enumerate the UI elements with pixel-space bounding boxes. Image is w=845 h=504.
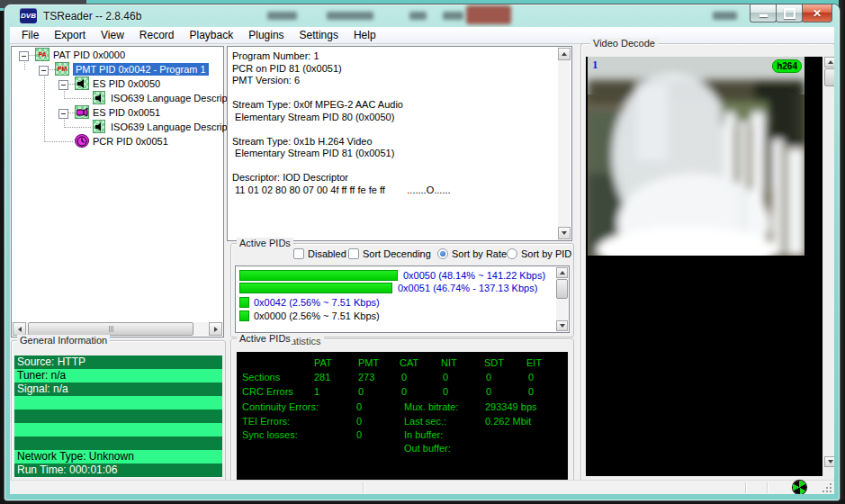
info-row-network-type: Network Type: Unknown: [14, 450, 222, 464]
close-button[interactable]: ✕: [802, 4, 832, 22]
info-row-empty: [14, 410, 222, 423]
minimize-icon: [760, 14, 768, 17]
psi-tree-panel: PA PAT PID 0x0000 PM PMT PID 0x0042 - Pr…: [11, 46, 224, 338]
tree-row-pmt[interactable]: PM PMT PID 0x0042 - Program 1: [12, 62, 223, 76]
video-display: 1 h264: [586, 57, 823, 476]
statistics-title-overlap: Active PIDs: [237, 333, 293, 344]
status-separator: [363, 482, 364, 493]
scroll-thumb[interactable]: [28, 322, 193, 336]
scroll-down-button[interactable]: [558, 227, 571, 239]
maximize-button[interactable]: [776, 4, 803, 22]
stat-col: CAT: [400, 357, 418, 368]
video-decode-group: Video Decode: [580, 43, 834, 483]
scroll-up-button[interactable]: [556, 267, 568, 278]
info-row-tuner: Tuner: n/a: [14, 369, 222, 382]
statistics-display: PAT PMT CAT NIT SDT EIT Sections 281 273…: [237, 352, 568, 480]
info-row-empty: [14, 396, 222, 410]
minimize-button[interactable]: [750, 4, 777, 22]
program-number-overlay: 1: [592, 58, 598, 72]
tree-row-es-audio[interactable]: ES PID 0x0050: [12, 76, 223, 91]
active-pids-title: Active PIDs: [237, 238, 293, 248]
background-blur-blob: [713, 12, 737, 20]
tree-row-iso639-video[interactable]: ISO639 Language Descriptor: [12, 120, 223, 134]
scroll-up-button[interactable]: [824, 57, 834, 68]
window-controls: ✕: [751, 4, 832, 22]
menu-file[interactable]: File: [22, 29, 39, 41]
radio-icon[interactable]: [507, 248, 517, 259]
tree-row-pat[interactable]: PA PAT PID 0x0000: [12, 48, 223, 62]
stat-value: 0: [528, 386, 534, 397]
checkbox-icon[interactable]: [348, 248, 359, 259]
codec-badge: h264: [772, 59, 802, 73]
tree-hscrollbar[interactable]: [13, 322, 222, 336]
info-row-source: Source: HTTP: [14, 356, 222, 369]
title-bar[interactable]: DVB TSReader -- 2.8.46b ✕: [4, 4, 840, 27]
background-blur-blob: [267, 12, 297, 20]
video-stream-icon: [75, 105, 89, 119]
tree-label[interactable]: ES PID 0x0050: [93, 78, 160, 89]
resize-grip[interactable]: [822, 482, 832, 493]
bars-vscrollbar[interactable]: [556, 267, 568, 331]
stat-row-label: Sync losses:: [242, 429, 298, 440]
menu-playback[interactable]: Playback: [190, 29, 234, 41]
scroll-down-button[interactable]: [824, 456, 834, 467]
tree-row-es-video[interactable]: ES PID 0x0051: [12, 105, 223, 120]
radio-icon-selected[interactable]: [437, 248, 448, 259]
menu-help[interactable]: Help: [354, 29, 376, 41]
checkbox-label: Disabled: [308, 248, 346, 259]
status-separator: [767, 482, 768, 493]
tree-label-selected[interactable]: PMT PID 0x0042 - Program 1: [73, 63, 209, 76]
checkbox-icon[interactable]: [293, 248, 304, 259]
status-bar: [10, 480, 834, 494]
tree-row-pcr[interactable]: PCR PID 0x0051: [12, 134, 223, 148]
scroll-right-button[interactable]: [209, 322, 222, 336]
descriptor-icon: [93, 91, 105, 104]
disabled-checkbox[interactable]: Disabled: [293, 248, 346, 259]
info-row-run-time: Run Time: 000:01:06: [14, 464, 222, 477]
scroll-up-button[interactable]: [558, 48, 571, 60]
stat-value: 0: [486, 386, 491, 397]
close-icon: ✕: [813, 8, 822, 19]
menu-export[interactable]: Export: [54, 29, 85, 41]
tree-label[interactable]: ISO639 Language Descriptor: [111, 122, 238, 132]
pid-bar-label: 0x0000 (2.56% ~ 7.51 Kbps): [254, 310, 380, 321]
tree-label[interactable]: ES PID 0x0051: [93, 107, 160, 118]
tree-label[interactable]: ISO639 Language Descriptor: [111, 93, 238, 104]
stat-value: 0: [401, 386, 407, 397]
menu-record[interactable]: Record: [139, 29, 175, 41]
sort-by-pid-radio[interactable]: Sort by PID: [507, 248, 571, 259]
scroll-thumb[interactable]: [824, 68, 834, 86]
window-title: TSReader -- 2.8.46b: [43, 10, 141, 22]
stat-value: 0.262 Mbit: [485, 416, 531, 427]
info-row-empty: [14, 423, 222, 436]
stat-row-label: Sections: [242, 372, 280, 382]
menu-settings[interactable]: Settings: [300, 29, 338, 41]
scroll-left-button[interactable]: [13, 322, 26, 336]
menu-bar: File Export View Record Playback Plugins…: [10, 27, 834, 44]
stat-value: 0: [443, 372, 448, 382]
sort-decending-checkbox[interactable]: Sort Decending: [348, 248, 431, 259]
stat-value: 0: [358, 386, 364, 397]
tree-label[interactable]: PAT PID 0x0000: [53, 50, 125, 60]
pmt-table-icon: PM: [55, 62, 69, 76]
info-vscrollbar[interactable]: [558, 48, 571, 239]
dvb-logo-icon: DVB: [20, 8, 37, 23]
scroll-thumb[interactable]: [556, 279, 568, 299]
tree-label[interactable]: PCR PID 0x0051: [93, 136, 168, 147]
client-area: File Export View Record Playback Plugins…: [10, 27, 834, 494]
sort-by-rate-radio[interactable]: Sort by Rate: [437, 248, 507, 259]
tsreader-window: DVB TSReader -- 2.8.46b ✕ File Export Vi…: [4, 4, 840, 500]
scroll-down-button[interactable]: [556, 320, 568, 331]
background-blur-blob: [327, 12, 373, 20]
stat-value: 0: [356, 429, 362, 440]
video-vscrollbar[interactable]: [824, 57, 834, 476]
audio-stream-icon: [75, 76, 89, 90]
stat-row-label: Out buffer:: [404, 443, 451, 454]
stat-row-label: TEI Errors:: [242, 416, 290, 427]
tree-row-iso639-audio[interactable]: ISO639 Language Descriptor: [12, 91, 223, 105]
pid-bar-label: 0x0051 (46.74% - 137.13 Kbps): [398, 283, 537, 293]
pat-table-icon: PA: [35, 48, 49, 61]
pid-bar-0x0000: [239, 310, 249, 321]
menu-plugins[interactable]: Plugins: [248, 29, 283, 41]
menu-view[interactable]: View: [101, 29, 124, 41]
